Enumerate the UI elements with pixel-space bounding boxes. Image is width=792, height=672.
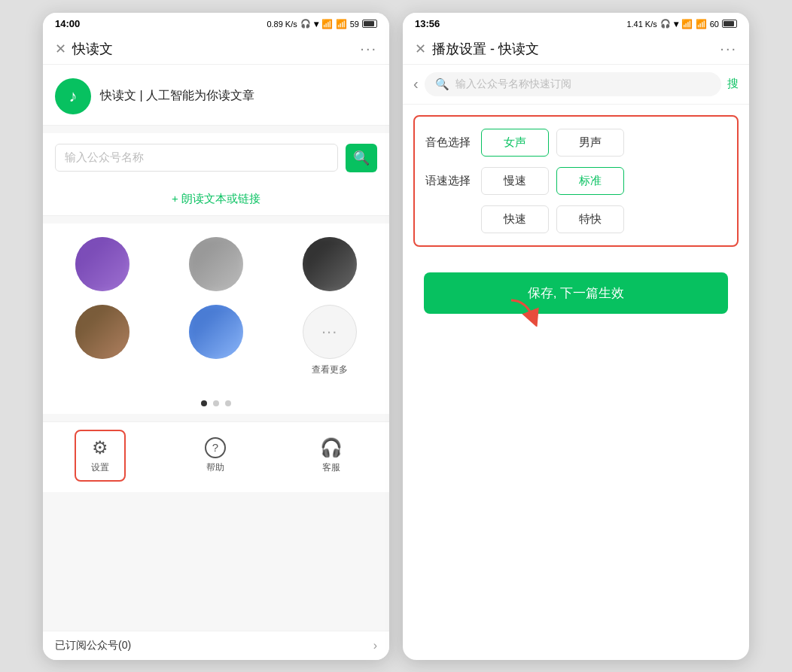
settings-label: 设置: [91, 461, 109, 474]
service-icon: 🎧: [320, 437, 343, 458]
avatar-grid: ··· 查看更多: [43, 223, 389, 390]
avatar-item-1[interactable]: [55, 237, 151, 291]
dot-3: [225, 400, 231, 406]
signal-icon-1b: 📶: [336, 19, 347, 29]
bottom-item-settings[interactable]: ⚙ 设置: [75, 430, 126, 482]
voice-row: 音色选择 女声 男声: [425, 129, 727, 157]
avatar-item-3[interactable]: [282, 237, 377, 291]
more-menu-2[interactable]: ···: [720, 40, 737, 57]
headphone-icon-2: 🎧: [660, 19, 671, 29]
speed-row-2: 快速 特快: [425, 205, 727, 233]
title-left-2: ✕ 播放设置 - 快读文: [415, 40, 539, 58]
arrow-indicator: [504, 296, 549, 330]
headphone-icon: 🎧: [300, 19, 311, 29]
close-button-2[interactable]: ✕: [415, 42, 426, 56]
footer-text: 已订阅公众号(0): [55, 639, 131, 652]
search-bar-2: ‹ 🔍 输入公众号名称快速订阅 搜: [403, 65, 749, 105]
bottom-item-help[interactable]: ? 帮助: [190, 431, 241, 480]
battery-icon-2: [722, 20, 737, 28]
search-inner[interactable]: 🔍 输入公众号名称快速订阅: [425, 72, 721, 96]
status-bar-2: 13:56 1.41 K/s 🎧 ▾ 📶 📶 60: [403, 13, 749, 34]
search-input-1[interactable]: 输入公众号名称: [55, 144, 338, 172]
wifi-icon-1: ▾: [314, 19, 318, 29]
signal-icon-2b: 📶: [696, 19, 707, 29]
signal-icon-1a: 📶: [321, 19, 333, 29]
app-slogan: 快读文 | 人工智能为你读文章: [100, 88, 254, 104]
search-inner-icon: 🔍: [435, 78, 449, 91]
network-speed-1: 0.89 K/s: [267, 20, 297, 29]
search-placeholder-1: 输入公众号名称: [65, 151, 144, 163]
settings-icon: ⚙: [92, 437, 108, 458]
phone1-content: ♪ 快读文 | 人工智能为你读文章 输入公众号名称 🔍 + 朗读文本或链接: [43, 65, 389, 631]
avatar-item-more[interactable]: ··· 查看更多: [282, 305, 377, 376]
speed-normal-btn[interactable]: 标准: [556, 167, 624, 195]
avatar-circle-3: [303, 237, 357, 291]
time-2: 13:56: [415, 18, 440, 29]
bottom-bar: ⚙ 设置 ? 帮助 🎧 客服: [43, 421, 389, 492]
title-bar-1: ✕ 快读文 ···: [43, 34, 389, 65]
phone-1: 14:00 0.89 K/s 🎧 ▾ 📶 📶 59 ✕ 快读文 ···: [43, 13, 389, 660]
page-title-1: 快读文: [72, 40, 113, 58]
voice-options: 女声 男声: [481, 129, 624, 157]
more-dots-icon: ···: [321, 322, 337, 342]
speed-vfast-btn[interactable]: 特快: [556, 205, 624, 233]
more-menu-1[interactable]: ···: [360, 40, 377, 57]
search-inner-placeholder: 输入公众号名称快速订阅: [455, 78, 711, 91]
avatar-circle-4: [75, 305, 129, 359]
dots-indicator: [43, 390, 389, 414]
avatar-item-2[interactable]: [169, 237, 264, 291]
speed-slow-btn[interactable]: 慢速: [481, 167, 549, 195]
search-confirm[interactable]: 搜: [727, 77, 739, 91]
speed-options-2: 快速 特快: [481, 205, 624, 233]
phone-footer[interactable]: 已订阅公众号(0) ›: [43, 631, 389, 660]
speed-label: 语速选择: [425, 174, 471, 188]
bottom-item-service[interactable]: 🎧 客服: [305, 431, 358, 480]
avatar-item-5[interactable]: [169, 305, 264, 376]
close-button-1[interactable]: ✕: [55, 42, 66, 56]
battery-icon-1: [362, 20, 377, 28]
dot-1: [201, 400, 207, 406]
save-container: 保存, 下一篇生效: [413, 257, 739, 329]
voice-female-btn[interactable]: 女声: [481, 129, 549, 157]
search-section-1: 输入公众号名称 🔍: [43, 133, 389, 183]
status-bar-1: 14:00 0.89 K/s 🎧 ▾ 📶 📶 59: [43, 13, 389, 34]
time-1: 14:00: [55, 18, 80, 29]
avatar-circle-2: [189, 237, 243, 291]
help-label: 帮助: [206, 461, 224, 474]
speed-row: 语速选择 慢速 标准: [425, 167, 727, 195]
avatar-circle-1: [75, 237, 129, 291]
speed-fast-btn[interactable]: 快速: [481, 205, 549, 233]
footer-arrow: ›: [373, 639, 377, 652]
signal-icon-2a: 📶: [681, 19, 693, 29]
search-icon-1: 🔍: [353, 150, 370, 166]
settings-box: 音色选择 女声 男声 语速选择 慢速 标准 快速 特快: [413, 115, 739, 247]
add-link[interactable]: + 朗读文本或链接: [43, 183, 389, 216]
speed-options: 慢速 标准: [481, 167, 624, 195]
dot-2: [213, 400, 219, 406]
back-arrow[interactable]: ‹: [413, 75, 419, 93]
page-title-2: 播放设置 - 快读文: [432, 40, 539, 58]
voice-label: 音色选择: [425, 135, 471, 150]
app-header: ♪ 快读文 | 人工智能为你读文章: [43, 65, 389, 126]
help-icon: ?: [205, 437, 226, 458]
voice-male-btn[interactable]: 男声: [556, 129, 624, 157]
network-speed-2: 1.41 K/s: [626, 20, 656, 29]
title-left-1: ✕ 快读文: [55, 40, 113, 58]
title-bar-2: ✕ 播放设置 - 快读文 ···: [403, 34, 749, 65]
service-label: 客服: [322, 461, 340, 474]
more-label: 查看更多: [312, 363, 348, 376]
battery-text-2: 60: [710, 20, 719, 29]
phone-2: 13:56 1.41 K/s 🎧 ▾ 📶 📶 60 ✕ 播放设置 - 快读文 ·…: [403, 13, 749, 660]
status-right-1: 0.89 K/s 🎧 ▾ 📶 📶 59: [267, 19, 377, 29]
avatar-circle-more: ···: [303, 305, 357, 359]
app-icon: ♪: [55, 78, 91, 114]
avatar-item-4[interactable]: [55, 305, 151, 376]
battery-text-1: 59: [350, 20, 359, 29]
status-right-2: 1.41 K/s 🎧 ▾ 📶 📶 60: [626, 19, 737, 29]
avatar-circle-5: [189, 305, 243, 359]
save-button[interactable]: 保存, 下一篇生效: [424, 272, 728, 314]
search-button-1[interactable]: 🔍: [346, 144, 377, 172]
wifi-icon-2: ▾: [674, 19, 678, 29]
